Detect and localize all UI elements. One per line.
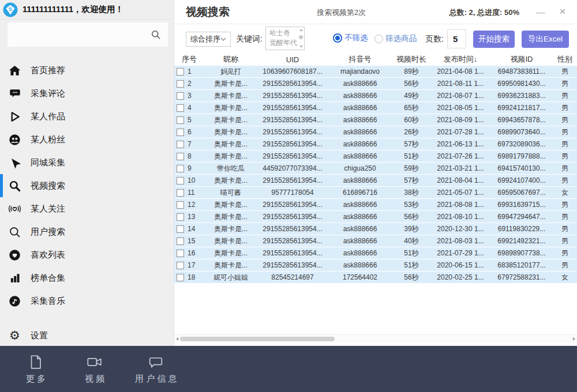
table-row[interactable]: 2奥斯卡是...29155285613954...ask88866656秒202…	[174, 78, 577, 90]
sidebar-item-user-works[interactable]: 某人作品	[0, 105, 174, 128]
column-header[interactable]: UID	[257, 53, 328, 66]
row-checkbox[interactable]	[177, 250, 184, 257]
column-header[interactable]: 性别	[553, 53, 577, 66]
cell-date: 2021-04-08 1...	[430, 66, 490, 78]
sidebar-search-input[interactable]	[8, 22, 168, 47]
table-row[interactable]: 12奥斯卡是...29155285613954...ask88866653秒20…	[174, 199, 577, 211]
row-checkbox[interactable]	[177, 80, 184, 88]
minimize-button[interactable]: —	[533, 5, 548, 18]
horizontal-scrollbar[interactable]	[174, 334, 577, 343]
scroll-right-arrow-icon[interactable]	[573, 337, 575, 341]
export-excel-button[interactable]: 导出Excel	[522, 31, 569, 48]
sidebar-item-label: 喜欢列表	[31, 250, 65, 261]
sidebar-item-home[interactable]: 首页推荐	[0, 59, 174, 82]
sidebar-item-rank-collection[interactable]: 榜单合集	[0, 266, 174, 289]
cell-uid: 29155285613954...	[257, 126, 328, 138]
cell-gender: 男	[553, 102, 577, 114]
row-checkbox[interactable]	[177, 238, 184, 245]
close-button[interactable]: ×	[555, 5, 570, 18]
table-row[interactable]: 11喵可酱9577717805461689671638秒2021-05-07 1…	[174, 187, 577, 199]
column-header[interactable]: 序号	[174, 53, 204, 66]
cell-uid: 10639607608187...	[257, 66, 328, 78]
table-row[interactable]: 6奥斯卡是...29155285613954...ask88866626秒202…	[174, 126, 577, 138]
cell-date: 2021-03-21 1...	[430, 163, 490, 175]
table-row[interactable]: 18妮可小姐姐8254521469717256440256秒2020-02-25…	[174, 272, 577, 284]
column-header[interactable]: 视频ID	[490, 53, 553, 66]
sidebar-item-user-follows[interactable]: 某人关注	[0, 197, 174, 220]
column-header[interactable]: 视频时长	[392, 53, 430, 66]
row-checkbox[interactable]	[177, 104, 184, 112]
row-index: 10	[188, 176, 195, 184]
row-checkbox[interactable]	[177, 262, 184, 269]
cell-nick: 奥斯卡是...	[204, 102, 257, 114]
row-checkbox[interactable]	[177, 153, 184, 160]
cell-uid: 29155285613954...	[257, 114, 328, 126]
filter-radio-no-filter[interactable]: 不筛选	[333, 33, 368, 43]
row-checkbox[interactable]	[177, 68, 184, 76]
row-checkbox[interactable]	[177, 189, 184, 197]
row-index: 8	[188, 152, 192, 160]
row-checkbox[interactable]	[177, 201, 184, 209]
sort-order-select[interactable]: 综合排序	[186, 32, 231, 47]
bottombar-item-user-info[interactable]: 用 户 信 息	[135, 353, 177, 385]
row-checkbox[interactable]	[177, 213, 184, 221]
row-checkbox[interactable]	[177, 141, 184, 148]
sidebar-item-city-collect[interactable]: 同城采集	[0, 151, 174, 174]
table-row[interactable]: 16奥斯卡是...29155285613954...ask88866651秒20…	[174, 247, 577, 259]
column-header[interactable]: 昵称	[204, 53, 257, 66]
table-row[interactable]: 9带你吃瓜44592077073394...chigua25059秒2021-0…	[174, 163, 577, 175]
column-header[interactable]: 抖音号	[328, 53, 392, 66]
table-row[interactable]: 3奥斯卡是...29155285613954...ask88866649秒202…	[174, 90, 577, 102]
cell-vid: 69921492321...	[490, 235, 553, 247]
sidebar-item-video-search[interactable]: 视频搜索	[0, 174, 174, 197]
cell-vid: 69924121817...	[490, 102, 553, 114]
filter-label: 筛选商品	[385, 33, 417, 44]
play-icon	[8, 110, 22, 124]
sidebar-item-collect-comments[interactable]: 采集评论	[0, 82, 174, 105]
row-index: 15	[188, 237, 195, 245]
cell-uid: 29155285613954...	[257, 150, 328, 163]
table-row[interactable]: 13奥斯卡是...29155285613954...ask88866656秒20…	[174, 211, 577, 223]
table-row[interactable]: 14奥斯卡是...29155285613954...ask88866639秒20…	[174, 223, 577, 235]
row-checkbox[interactable]	[177, 92, 184, 100]
row-checkbox[interactable]	[177, 129, 184, 136]
cell-duration: 38秒	[392, 187, 430, 199]
row-checkbox[interactable]	[177, 225, 184, 233]
music-circle-icon	[8, 294, 22, 308]
cell-uid: 29155285613954...	[257, 199, 328, 211]
cell-douyin: ask888666	[328, 138, 392, 150]
row-index: 9	[188, 164, 192, 172]
sidebar-item-label: 视频搜索	[31, 180, 65, 191]
table-row[interactable]: 10奥斯卡是...29155285613954...ask88866657秒20…	[174, 175, 577, 187]
bottombar-item-video[interactable]: 视 频	[76, 353, 113, 385]
column-header[interactable]: 发布时间↓	[430, 53, 490, 66]
table-row[interactable]: 4奥斯卡是...29155285613954...ask88866665秒202…	[174, 102, 577, 114]
sidebar-item-collect-music[interactable]: 采集音乐	[0, 289, 174, 312]
sidebar-item-settings[interactable]: ⚙设置	[0, 324, 174, 347]
table-row[interactable]: 8奥斯卡是...29155285613954...ask88866651秒202…	[174, 150, 577, 163]
row-checkbox[interactable]	[177, 116, 184, 124]
sidebar-item-like-list[interactable]: 喜欢列表	[0, 243, 174, 266]
pages-input[interactable]: 5	[447, 29, 466, 48]
table-row[interactable]: 5奥斯卡是...29155285613954...ask88866660秒202…	[174, 114, 577, 126]
table-row[interactable]: 17奥斯卡是...29155285613954...ask88866651秒20…	[174, 259, 577, 272]
row-checkbox[interactable]	[177, 177, 184, 184]
table-row[interactable]: 15奥斯卡是...29155285613954...ask88866640秒20…	[174, 235, 577, 247]
scrollbar-thumb[interactable]	[180, 337, 335, 341]
home-icon	[8, 63, 22, 78]
filter-radio-goods[interactable]: 筛选商品	[374, 33, 417, 44]
sidebar-item-user-search[interactable]: 用户搜索	[0, 220, 174, 243]
cell-vid: 69732089036...	[490, 138, 553, 150]
main-header: 视频搜索 搜索视频第2次 总数: 2, 总进度: 50% — ×	[174, 0, 577, 24]
textarea-scrollbar[interactable]	[298, 28, 304, 48]
row-checkbox[interactable]	[177, 274, 184, 281]
scroll-left-arrow-icon[interactable]	[176, 337, 178, 341]
table-row[interactable]: 1妈见打10639607608187...majiandaovo89秒2021-…	[174, 66, 577, 78]
row-checkbox[interactable]	[177, 165, 184, 172]
bottombar-item-more[interactable]: 更 多	[17, 353, 54, 385]
keyword-textarea[interactable]: 哈士奇 觉醒年代	[265, 27, 305, 50]
table-row[interactable]: 7奥斯卡是...29155285613954...ask88866657秒202…	[174, 138, 577, 150]
sidebar-item-user-fans[interactable]: 某人粉丝	[0, 128, 174, 151]
cell-douyin: ask888666	[328, 126, 392, 138]
start-search-button[interactable]: 开始搜索	[473, 31, 515, 48]
